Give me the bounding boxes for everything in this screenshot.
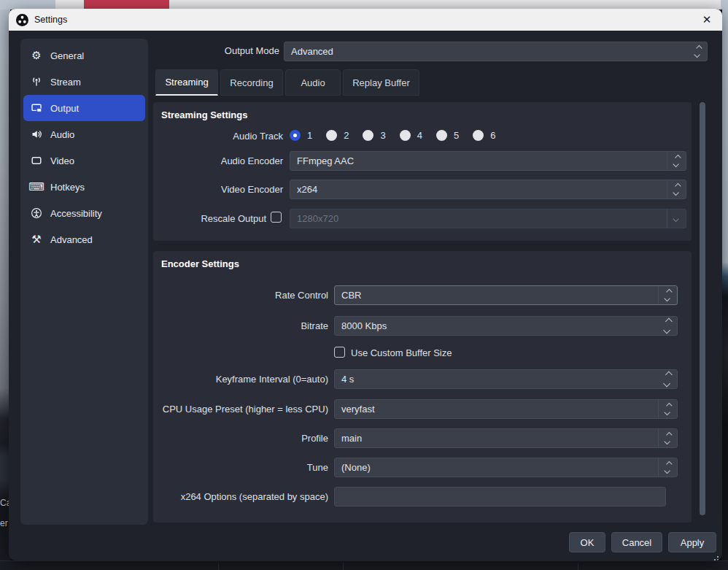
sidebar-item-general[interactable]: ⚙ General (23, 42, 145, 69)
spinner-down-icon (694, 52, 700, 58)
radio-track-5[interactable] (436, 130, 447, 141)
titlebar[interactable]: Settings ✕ (9, 9, 722, 31)
apply-button[interactable]: Apply (668, 532, 716, 552)
tab-recording[interactable]: Recording (220, 69, 283, 96)
streaming-settings-group: Streaming Settings Audio Track 1 2 3 4 5… (153, 102, 692, 241)
spinner-up-icon (666, 461, 672, 467)
audio-track-label: Audio Track (153, 131, 283, 142)
divider (343, 563, 344, 570)
cpu-preset-value: veryfast (341, 404, 375, 415)
radio-label: 1 (307, 130, 312, 141)
profile-label: Profile (153, 433, 328, 444)
keyframe-interval-value: 4 s (341, 374, 354, 385)
divider (218, 563, 219, 570)
tab-audio[interactable]: Audio (285, 69, 341, 96)
accessibility-icon (29, 207, 44, 219)
bitrate-spinbox[interactable]: 8000 Kbps (334, 316, 678, 336)
sidebar-item-hotkeys[interactable]: ⌨ Hotkeys (23, 174, 145, 200)
antenna-icon (29, 76, 44, 88)
x264-options-label: x264 Options (separated by space) (153, 491, 328, 502)
resize-grip[interactable] (711, 556, 719, 561)
radio-label: 2 (344, 130, 349, 141)
tune-label: Tune (153, 462, 328, 473)
close-icon[interactable]: ✕ (699, 12, 715, 28)
sidebar-item-label: Advanced (50, 234, 93, 245)
radio-label: 6 (490, 130, 495, 141)
output-icon (29, 102, 44, 114)
spinner-up-icon (665, 318, 672, 326)
button-label: Cancel (622, 537, 651, 548)
audio-track-radios: 1 2 3 4 5 6 (290, 130, 503, 141)
section-title: Encoder Settings (161, 258, 239, 269)
radio-label: 5 (454, 130, 459, 141)
sidebar-item-advanced[interactable]: ⚒ Advanced (23, 226, 145, 253)
section-title: Streaming Settings (161, 109, 247, 120)
keyframe-interval-spinbox[interactable]: 4 s (334, 369, 678, 389)
tune-select[interactable]: (None) (334, 458, 678, 477)
rescale-resolution-value: 1280x720 (297, 213, 338, 224)
video-encoder-value: x264 (297, 184, 317, 195)
radio-track-3[interactable] (363, 130, 373, 141)
audio-encoder-select[interactable]: FFmpeg AAC (290, 151, 686, 171)
output-mode-label: Output Mode (133, 45, 279, 56)
video-encoder-select[interactable]: x264 (290, 180, 686, 199)
x264-options-input[interactable] (334, 487, 666, 507)
output-mode-select[interactable]: Advanced (284, 42, 708, 61)
radio-track-2[interactable] (326, 130, 337, 141)
monitor-icon (29, 155, 44, 166)
spinner-up-icon (675, 183, 681, 189)
spinner-down-icon (663, 327, 670, 334)
gear-icon: ⚙ (29, 49, 44, 62)
background-text-fragment: er (0, 518, 8, 528)
spinner-down-icon (664, 468, 670, 474)
custom-buffer-checkbox[interactable] (334, 347, 345, 358)
cpu-preset-select[interactable]: veryfast (334, 399, 678, 419)
audio-encoder-label: Audio Encoder (153, 155, 283, 166)
tab-label: Audio (301, 77, 325, 88)
radio-label: 4 (417, 130, 422, 141)
tools-icon: ⚒ (29, 233, 44, 246)
spinner-up-icon (665, 371, 672, 379)
spinner-down-icon (664, 296, 670, 301)
sidebar-item-audio[interactable]: Audio (23, 121, 145, 147)
tab-streaming[interactable]: Streaming (155, 69, 218, 96)
rate-control-label: Rate Control (153, 290, 328, 301)
divider (578, 563, 578, 570)
spinner-down-icon (673, 161, 678, 167)
profile-select[interactable]: main (334, 428, 678, 448)
tab-label: Recording (230, 77, 273, 88)
radio-track-6[interactable] (473, 130, 484, 141)
cancel-button[interactable]: Cancel (611, 532, 662, 552)
output-mode-value: Advanced (291, 46, 333, 57)
tune-value: (None) (341, 462, 371, 473)
ok-button[interactable]: OK (569, 532, 605, 552)
bitrate-label: Bitrate (153, 320, 328, 331)
keyframe-interval-label: Keyframe Interval (0=auto) (153, 374, 328, 385)
spinner-down-icon (664, 409, 670, 415)
spinner-down-icon (673, 190, 678, 196)
sidebar-item-video[interactable]: Video (23, 147, 145, 174)
bitrate-value: 8000 Kbps (341, 320, 387, 331)
tab-replay-buffer[interactable]: Replay Buffer (343, 69, 419, 96)
settings-sidebar: ⚙ General Stream (20, 39, 148, 525)
spinner-up-icon (666, 289, 672, 295)
sidebar-item-label: General (50, 50, 84, 61)
audio-encoder-value: FFmpeg AAC (297, 155, 354, 166)
radio-track-4[interactable] (400, 130, 411, 141)
rescale-output-checkbox[interactable] (271, 212, 282, 223)
spinner-up-icon (696, 45, 702, 51)
sidebar-item-label: Accessibility (50, 208, 102, 219)
sidebar-item-stream[interactable]: Stream (23, 69, 145, 95)
sidebar-item-output[interactable]: Output (23, 95, 145, 121)
radio-track-1[interactable] (290, 130, 301, 141)
window-title: Settings (34, 15, 67, 25)
scrollbar-thumb[interactable] (700, 102, 705, 515)
screen: Ca er Settings ✕ ⚙ General (0, 0, 728, 570)
rate-control-select[interactable]: CBR (334, 285, 678, 305)
sidebar-item-accessibility[interactable]: Accessibility (23, 200, 145, 226)
sidebar-item-label: Video (50, 155, 74, 166)
vertical-scrollbar[interactable] (699, 102, 706, 528)
sidebar-item-label: Hotkeys (50, 182, 85, 193)
desktop-background-right (722, 0, 728, 570)
rescale-resolution-combo[interactable]: 1280x720 (290, 209, 686, 228)
